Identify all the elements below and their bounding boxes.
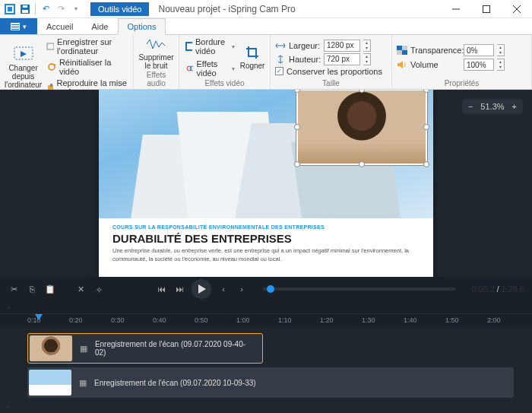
ruler-tick: 1:00 — [236, 316, 250, 324]
scrub-bar[interactable] — [263, 288, 456, 291]
clip-selected[interactable]: ▦ Enregistrement de l'écan (09.07.2020 0… — [27, 333, 263, 364]
add-track-icon[interactable]: + — [6, 303, 11, 312]
file-tab[interactable]: ▾ — [0, 18, 37, 34]
clip[interactable]: ▦ Enregistrement de l'écan (09.07.2020 1… — [27, 367, 514, 398]
minimize-button[interactable] — [441, 0, 471, 18]
svg-rect-29 — [402, 50, 407, 55]
clip-label: Enregistrement de l'écan (09.07.2020 09-… — [95, 340, 256, 357]
copy-icon[interactable]: ⎘ — [26, 284, 38, 294]
transparency-label: Transparence: — [410, 46, 461, 55]
crop-label: Rogner — [240, 62, 265, 70]
width-spinner[interactable]: ▴▾ — [363, 40, 371, 52]
keep-ratio-label: Conserver les proportions — [287, 67, 382, 76]
record-button[interactable]: Enregistrer sur l'ordinateur — [45, 37, 128, 56]
ruler-tick: 0:20 — [69, 316, 83, 324]
zoom-in-button[interactable]: + — [512, 102, 517, 111]
slide-preview[interactable]: COURS SUR LA RESPONSABILITÉ ENVIRONNEMEN… — [99, 90, 433, 277]
qat-dropdown-icon[interactable]: ▾ — [69, 2, 83, 16]
slide-body: Une entreprise durable, ou entreprise ve… — [112, 247, 420, 263]
svg-rect-12 — [11, 27, 19, 27]
contextual-tab: Outils vidéo — [90, 2, 149, 16]
clip-thumbnail — [29, 370, 71, 396]
slide-kicker: COURS SUR LA RESPONSABILITÉ ENVIRONNEMEN… — [112, 224, 420, 230]
height-input[interactable]: 720 px — [324, 53, 360, 65]
canvas-area[interactable]: − 51.3% + COURS SUR LA RESPONSABILITÉ EN… — [0, 90, 532, 277]
save-icon[interactable] — [18, 2, 32, 16]
width-label: Largeur: — [289, 41, 321, 50]
step-back-icon[interactable]: ‹ — [217, 284, 230, 294]
remove-noise-button[interactable]: Supprimer le bruit — [138, 37, 174, 70]
transparency-spinner[interactable]: ▴▾ — [497, 44, 505, 56]
svg-marker-30 — [397, 61, 403, 68]
transparency-input[interactable]: 0% — [464, 44, 494, 56]
width-input[interactable]: 1280 px — [324, 40, 360, 52]
volume-spinner[interactable]: ▴▾ — [497, 59, 505, 71]
zoom-control: − 51.3% + — [462, 99, 523, 114]
undo-icon[interactable]: ↶ — [39, 2, 52, 16]
ruler-tick: 1:30 — [362, 316, 375, 324]
svg-rect-4 — [22, 10, 28, 13]
clip-thumbnail — [30, 335, 72, 361]
remove-noise-label: Supprimer le bruit — [138, 53, 174, 70]
keep-ratio-checkbox[interactable]: ✓ — [275, 67, 283, 75]
maximize-button[interactable] — [471, 0, 502, 18]
tab-options[interactable]: Options — [118, 18, 166, 35]
svg-rect-7 — [483, 5, 490, 12]
volume-icon — [397, 60, 407, 69]
redo-icon[interactable]: ↷ — [54, 2, 68, 16]
paste-icon[interactable]: 📋 — [44, 284, 56, 294]
svg-rect-5 — [23, 5, 27, 8]
change-from-computer-button[interactable]: Changer depuis l'ordinateur — [5, 46, 42, 89]
svg-rect-16 — [47, 43, 54, 49]
svg-rect-2 — [8, 7, 12, 11]
svg-rect-13 — [11, 29, 19, 30]
app-icon — [3, 2, 17, 16]
ruler-tick: 2:00 — [487, 316, 501, 324]
time-display: 0:05.2 / 1:29.6 — [471, 284, 524, 294]
ruler-tick: 1:10 — [278, 316, 292, 324]
cut-icon[interactable]: ✂ — [8, 284, 20, 294]
step-fwd-icon[interactable]: › — [236, 284, 248, 294]
screen-record-icon: ▦ — [80, 344, 87, 354]
ruler-tick: 1:40 — [404, 316, 417, 324]
zoom-value: 51.3% — [480, 102, 504, 111]
next-end-icon[interactable]: ⏭ — [173, 284, 185, 294]
height-icon — [275, 55, 286, 64]
reinit-button[interactable]: Réinitialiser la vidéo — [45, 57, 128, 77]
ruler-tick: 0:30 — [111, 316, 125, 324]
ruler-tick: 1:50 — [445, 316, 459, 324]
height-label: Hauteur: — [289, 55, 321, 64]
video-overlay[interactable] — [296, 90, 427, 165]
group-audio-label: Effets audio — [138, 70, 174, 89]
width-icon — [275, 41, 286, 50]
volume-input[interactable]: 100% — [464, 59, 494, 71]
video-effects-button[interactable]: Effets vidéo ▾ — [184, 59, 236, 78]
scrub-handle[interactable] — [267, 285, 274, 293]
ruler-tick: 0:50 — [195, 316, 208, 324]
zoom-out-button[interactable]: − — [468, 102, 473, 111]
tab-accueil[interactable]: Accueil — [37, 18, 82, 34]
window-title: Nouveau projet - iSpring Cam Pro — [149, 4, 441, 14]
svg-rect-11 — [11, 24, 19, 25]
crop-button[interactable]: Rogner — [239, 45, 265, 70]
svg-rect-28 — [397, 46, 402, 50]
playhead[interactable] — [35, 314, 43, 320]
height-spinner[interactable]: ▴▾ — [363, 53, 371, 65]
slide-title: DURABILITÉ DES ENTREPRISES — [112, 232, 420, 245]
close-button[interactable] — [502, 0, 532, 18]
svg-rect-21 — [50, 84, 52, 87]
group-vfx-label: Effets vidéo — [184, 78, 265, 89]
split-icon[interactable]: ⟡ — [93, 284, 105, 294]
group-size-label: Taille — [275, 78, 387, 89]
add-clip-icon[interactable]: + — [6, 402, 11, 411]
transparency-icon — [397, 46, 407, 55]
tab-aide[interactable]: Aide — [82, 18, 117, 34]
group-props-label: Propriétés — [397, 78, 527, 89]
delete-icon[interactable]: ✕ — [74, 284, 87, 294]
volume-label: Volume — [410, 60, 461, 69]
svg-marker-15 — [21, 51, 27, 57]
video-border-button[interactable]: Bordure vidéo ▾ — [184, 37, 236, 56]
play-button[interactable] — [192, 279, 211, 299]
prev-start-icon[interactable]: ⏮ — [155, 284, 167, 294]
timeline-ruler[interactable]: 0:100:200:300:400:501:001:101:201:301:40… — [0, 313, 532, 327]
